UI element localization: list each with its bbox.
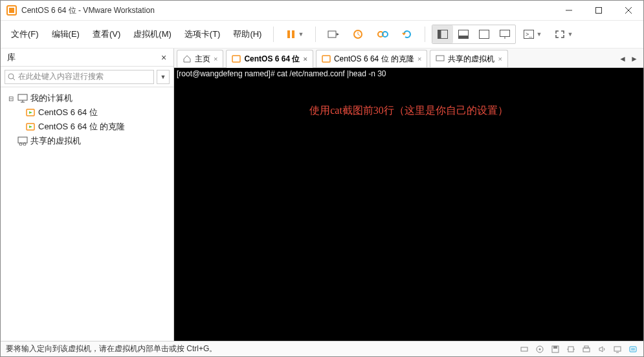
snapshot-button[interactable]	[347, 25, 369, 44]
svg-marker-29	[29, 125, 32, 128]
window-titlebar: CentOS 6 64 位 - VMware Workstation	[1, 1, 643, 20]
tab-scroll-right[interactable]: ►	[629, 54, 639, 63]
revert-snapshot-button[interactable]	[396, 25, 418, 44]
svg-rect-15	[459, 36, 469, 39]
home-icon	[183, 55, 192, 63]
menu-edit[interactable]: 编辑(E)	[47, 25, 85, 44]
vm-icon	[232, 55, 241, 63]
device-network-icon[interactable]	[566, 344, 576, 354]
svg-text:>_: >_	[526, 31, 533, 38]
menu-tabs[interactable]: 选项卡(T)	[179, 25, 226, 44]
window-title: CentOS 6 64 位 - VMware Workstation	[21, 5, 554, 16]
svg-rect-8	[328, 31, 336, 38]
message-log-icon[interactable]	[628, 344, 638, 354]
tab-label: CentOS 6 64 位	[244, 54, 300, 65]
shared-icon	[436, 55, 445, 63]
tab-close-icon[interactable]: ×	[498, 55, 502, 63]
tab-centos-clone[interactable]: CentOS 6 64 位 的克隆 ×	[316, 50, 427, 67]
search-placeholder: 在此处键入内容进行搜索	[18, 71, 104, 82]
vm-running-icon	[25, 122, 36, 131]
search-dropdown[interactable]: ▼	[157, 70, 170, 84]
tab-close-icon[interactable]: ×	[417, 55, 421, 63]
console-view-button[interactable]: >_▼	[518, 25, 547, 44]
device-usb-icon[interactable]	[519, 344, 529, 354]
vm-console[interactable]: [root@wangdefeng named]# cat /etc/named.…	[174, 68, 643, 341]
svg-rect-48	[630, 347, 636, 352]
layout-presentation-button[interactable]	[494, 25, 515, 43]
vm-running-icon	[25, 108, 36, 117]
snapshot-manager-button[interactable]	[372, 25, 394, 44]
svg-rect-45	[584, 346, 588, 348]
tree-item-centos-clone[interactable]: CentOS 6 64 位 的克隆	[3, 120, 171, 134]
tab-home[interactable]: 主页 ×	[177, 50, 223, 67]
layout-single-button[interactable]	[474, 25, 494, 43]
tab-close-icon[interactable]: ×	[303, 55, 307, 63]
chevron-down-icon: ▼	[298, 31, 304, 38]
svg-rect-13	[438, 30, 441, 39]
search-input[interactable]: 在此处键入内容进行搜索	[5, 70, 154, 84]
toolbar-separator	[425, 27, 425, 42]
tree-label: 共享的虚拟机	[30, 135, 81, 147]
maximize-button[interactable]	[584, 1, 614, 20]
tree-shared-vms[interactable]: 共享的虚拟机	[3, 134, 171, 148]
chevron-down-icon: ▼	[536, 31, 542, 38]
svg-rect-34	[322, 56, 330, 62]
tab-scroll-left[interactable]: ◄	[617, 54, 628, 63]
status-message: 要将输入定向到该虚拟机，请在虚拟机内部单击或按 Ctrl+G。	[6, 343, 519, 354]
svg-rect-33	[232, 56, 240, 62]
send-ctrl-alt-del-button[interactable]	[322, 25, 344, 44]
tab-label: 共享的虚拟机	[448, 54, 494, 65]
device-cd-icon[interactable]	[535, 344, 545, 354]
pause-button[interactable]: ▼	[280, 25, 309, 44]
svg-rect-44	[583, 348, 590, 352]
device-sound-icon[interactable]	[597, 344, 607, 354]
tree-label: CentOS 6 64 位	[38, 107, 98, 118]
library-sidebar: 库 × 在此处键入内容进行搜索 ▼ ⊟ 我的计算机 CentOS 6 64 位 …	[1, 49, 174, 341]
layout-sidebar-button[interactable]	[432, 25, 453, 43]
tree-root-my-computer[interactable]: ⊟ 我的计算机	[3, 91, 171, 105]
tab-label: CentOS 6 64 位 的克隆	[334, 54, 414, 65]
svg-point-21	[8, 74, 14, 79]
menu-vm[interactable]: 虚拟机(M)	[128, 25, 177, 44]
menu-view[interactable]: 查看(V)	[87, 25, 126, 44]
toolbar-separator	[273, 27, 274, 42]
svg-rect-17	[500, 30, 510, 37]
vm-tree: ⊟ 我的计算机 CentOS 6 64 位 CentOS 6 64 位 的克隆 …	[1, 87, 173, 341]
fullscreen-button[interactable]: ▼	[550, 25, 578, 44]
svg-point-38	[539, 348, 541, 350]
close-button[interactable]	[614, 1, 643, 20]
vm-icon	[322, 55, 331, 63]
sidebar-close-icon[interactable]: ×	[158, 52, 170, 63]
svg-rect-36	[521, 347, 527, 351]
tab-shared[interactable]: 共享的虚拟机 ×	[430, 50, 507, 67]
search-icon	[8, 73, 16, 81]
minimize-button[interactable]	[554, 1, 584, 20]
sidebar-header: 库 ×	[1, 49, 173, 67]
tree-item-centos[interactable]: CentOS 6 64 位	[3, 105, 171, 120]
tree-label: CentOS 6 64 位 的克隆	[38, 121, 125, 133]
svg-rect-3	[596, 8, 602, 14]
sidebar-title: 库	[7, 52, 158, 63]
tab-label: 主页	[195, 54, 210, 65]
svg-rect-7	[292, 30, 294, 38]
main-area: 主页 × CentOS 6 64 位 × CentOS 6 64 位 的克隆 ×…	[174, 49, 643, 341]
toolbar-separator	[315, 27, 316, 42]
svg-rect-40	[553, 346, 557, 349]
tab-centos[interactable]: CentOS 6 64 位 ×	[226, 50, 313, 67]
svg-point-32	[23, 143, 26, 146]
svg-rect-6	[287, 30, 290, 38]
menu-file[interactable]: 文件(F)	[6, 25, 44, 44]
device-display-icon[interactable]	[612, 344, 623, 354]
status-bar: 要将输入定向到该虚拟机，请在虚拟机内部单击或按 Ctrl+G。	[1, 341, 643, 356]
tab-close-icon[interactable]: ×	[214, 55, 217, 63]
menu-help[interactable]: 帮助(H)	[228, 25, 267, 44]
device-floppy-icon[interactable]	[550, 344, 561, 354]
shared-icon	[17, 136, 28, 146]
layout-bottombar-button[interactable]	[453, 25, 474, 43]
svg-marker-27	[29, 111, 32, 114]
vmware-icon	[6, 5, 17, 16]
device-printer-icon[interactable]	[581, 344, 592, 354]
svg-rect-30	[18, 137, 27, 143]
expand-icon[interactable]: ⊟	[7, 95, 15, 102]
svg-rect-46	[614, 347, 621, 351]
